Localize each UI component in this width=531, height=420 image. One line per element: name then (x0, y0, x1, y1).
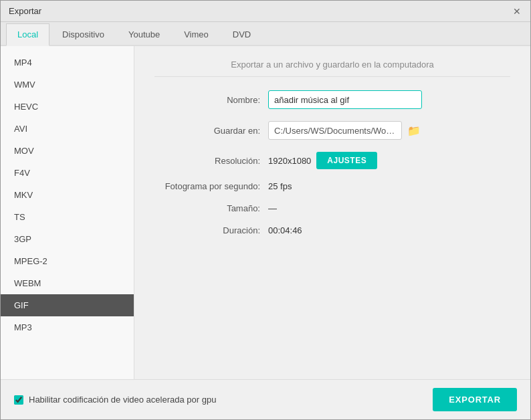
format-sidebar: MP4 WMV HEVC AVI MOV F4V MKV TS 3GP MPEG… (1, 46, 134, 379)
duracion-value: 00:04:46 (268, 225, 302, 235)
fotograma-row: Fotograma por segundo: 25 fps (154, 181, 510, 191)
tamano-row: Tamaño: — (154, 203, 510, 213)
ajustes-button[interactable]: AJUSTES (316, 152, 377, 169)
sidebar-item-mov[interactable]: MOV (1, 140, 134, 162)
close-button[interactable]: ✕ (512, 6, 522, 17)
sidebar-item-mkv[interactable]: MKV (1, 184, 134, 206)
sidebar-item-mp3[interactable]: MP3 (1, 316, 134, 338)
gpu-checkbox-label: Habilitar codificación de video acelerad… (29, 395, 216, 405)
tamano-value: — (268, 203, 277, 213)
gpu-checkbox[interactable] (14, 395, 23, 405)
nombre-row: Nombre: (154, 90, 510, 109)
window-title: Exportar (9, 6, 41, 16)
guardar-row: Guardar en: 📁 (154, 121, 510, 140)
tab-vimeo[interactable]: Vimeo (173, 23, 220, 45)
section-title: Exportar a un archivo y guardarlo en la … (154, 60, 510, 77)
resolucion-label: Resolución: (154, 156, 268, 166)
tab-dispositivo[interactable]: Dispositivo (51, 23, 116, 45)
duracion-row: Duración: 00:04:46 (154, 225, 510, 235)
sidebar-item-avi[interactable]: AVI (1, 118, 134, 140)
sidebar-item-gif[interactable]: GIF (1, 294, 134, 316)
path-input[interactable] (268, 121, 402, 140)
sidebar-item-mp4[interactable]: MP4 (1, 51, 134, 74)
sidebar-item-f4v[interactable]: F4V (1, 162, 134, 184)
content-area: MP4 WMV HEVC AVI MOV F4V MKV TS 3GP MPEG… (1, 46, 530, 379)
fotograma-value: 25 fps (268, 181, 292, 191)
sidebar-item-3gp[interactable]: 3GP (1, 228, 134, 250)
resolucion-text: 1920x1080 (268, 156, 311, 166)
export-window: Exportar ✕ Local Dispositivo Youtube Vim… (0, 0, 531, 420)
tab-dvd[interactable]: DVD (221, 23, 262, 45)
tab-local[interactable]: Local (6, 23, 49, 46)
tamano-label: Tamaño: (154, 203, 268, 213)
nombre-input[interactable] (268, 90, 422, 109)
footer: Habilitar codificación de video acelerad… (1, 379, 530, 419)
tab-bar: Local Dispositivo Youtube Vimeo DVD (1, 22, 530, 46)
sidebar-item-ts[interactable]: TS (1, 206, 134, 228)
sidebar-item-webm[interactable]: WEBM (1, 272, 134, 294)
tab-youtube[interactable]: Youtube (117, 23, 171, 45)
title-bar: Exportar ✕ (1, 1, 530, 22)
checkbox-area: Habilitar codificación de video acelerad… (14, 395, 216, 405)
nombre-label: Nombre: (154, 95, 268, 105)
export-button[interactable]: EXPORTAR (433, 388, 517, 411)
fotograma-label: Fotograma por segundo: (154, 181, 268, 191)
main-panel: Exportar a un archivo y guardarlo en la … (134, 46, 530, 379)
guardar-label: Guardar en: (154, 126, 268, 136)
sidebar-item-wmv[interactable]: WMV (1, 74, 134, 96)
guardar-value: 📁 (268, 121, 421, 140)
sidebar-item-mpeg2[interactable]: MPEG-2 (1, 250, 134, 272)
resolucion-value: 1920x1080 AJUSTES (268, 152, 377, 169)
sidebar-item-hevc[interactable]: HEVC (1, 96, 134, 118)
folder-icon[interactable]: 📁 (407, 124, 421, 137)
duracion-label: Duración: (154, 225, 268, 235)
resolucion-row: Resolución: 1920x1080 AJUSTES (154, 152, 510, 169)
